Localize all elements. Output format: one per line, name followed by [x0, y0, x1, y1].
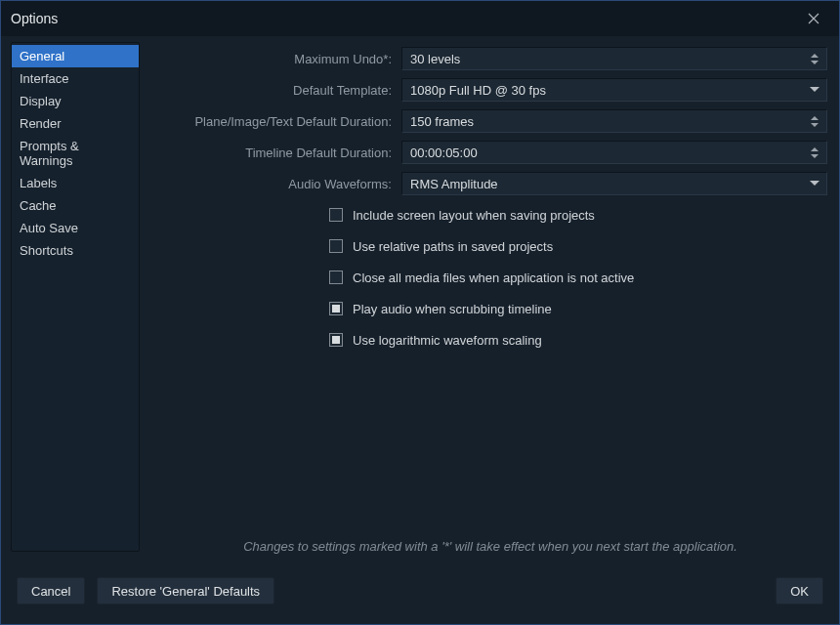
check-row-play-audio: Play audio when scrubbing timeline: [153, 298, 827, 319]
row-timeline-duration: Timeline Default Duration: 00:00:05:00: [153, 142, 827, 163]
checkbox-close-media[interactable]: [329, 271, 343, 284]
sidebar: General Interface Display Render Prompts…: [11, 42, 140, 552]
checkbox-log-waveform[interactable]: [329, 333, 343, 347]
field-default-template[interactable]: 1080p Full HD @ 30 fps: [401, 78, 827, 102]
checkbox-play-audio[interactable]: [329, 302, 343, 315]
check-row-include-layout: Include screen layout when saving projec…: [153, 204, 827, 226]
close-button[interactable]: [798, 6, 829, 31]
checkbox-label[interactable]: Play audio when scrubbing timeline: [353, 302, 552, 316]
titlebar: Options: [1, 1, 839, 36]
row-default-template: Default Template: 1080p Full HD @ 30 fps: [153, 79, 827, 101]
field-timeline-duration[interactable]: 00:00:05:00: [401, 141, 827, 164]
value-default-template: 1080p Full HD @ 30 fps: [410, 83, 546, 98]
sidebar-item-general[interactable]: General: [12, 45, 139, 67]
content-pane: Maximum Undo*: 30 levels Default Templat…: [140, 42, 827, 560]
sidebar-item-display[interactable]: Display: [12, 90, 139, 112]
checkbox-label[interactable]: Use logarithmic waveform scaling: [353, 333, 542, 348]
ok-button[interactable]: OK: [776, 577, 823, 604]
field-plane-duration[interactable]: 150 frames: [401, 109, 827, 133]
spinner-icon: [807, 110, 822, 132]
restart-hint: Changes to settings marked with a '*' wi…: [153, 529, 827, 560]
check-row-relative-paths: Use relative paths in saved projects: [153, 235, 827, 257]
spinner-icon: [807, 142, 822, 163]
checkbox-include-layout[interactable]: [329, 208, 343, 222]
row-audio-waveforms: Audio Waveforms: RMS Amplitude: [153, 173, 827, 194]
row-max-undo: Maximum Undo*: 30 levels: [153, 48, 827, 69]
checkbox-relative-paths[interactable]: [329, 239, 343, 253]
label-plane-duration: Plane/Image/Text Default Duration:: [153, 114, 401, 129]
checkbox-label[interactable]: Use relative paths in saved projects: [353, 239, 553, 254]
footer: Cancel Restore 'General' Defaults OK: [1, 565, 839, 624]
value-timeline-duration: 00:00:05:00: [410, 146, 478, 160]
check-row-log-waveform: Use logarithmic waveform scaling: [153, 329, 827, 351]
label-timeline-duration: Timeline Default Duration:: [153, 146, 401, 160]
sidebar-item-shortcuts[interactable]: Shortcuts: [12, 239, 139, 262]
sidebar-item-auto-save[interactable]: Auto Save: [12, 217, 139, 239]
cancel-button[interactable]: Cancel: [17, 577, 85, 604]
sidebar-item-prompts-warnings[interactable]: Prompts & Warnings: [12, 135, 139, 172]
dialog-body: General Interface Display Render Prompts…: [1, 36, 839, 565]
restore-defaults-button[interactable]: Restore 'General' Defaults: [97, 577, 274, 604]
value-plane-duration: 150 frames: [410, 114, 474, 129]
row-plane-duration: Plane/Image/Text Default Duration: 150 f…: [153, 110, 827, 132]
label-max-undo: Maximum Undo*:: [153, 52, 401, 66]
label-default-template: Default Template:: [153, 83, 401, 98]
sidebar-item-interface[interactable]: Interface: [12, 67, 139, 90]
window-title: Options: [11, 11, 58, 26]
value-audio-waveforms: RMS Amplitude: [410, 177, 498, 191]
sidebar-item-render[interactable]: Render: [12, 112, 139, 135]
chevron-down-icon: [807, 173, 822, 194]
field-max-undo[interactable]: 30 levels: [401, 47, 827, 70]
settings-rows: Maximum Undo*: 30 levels Default Templat…: [153, 48, 827, 351]
checkbox-label[interactable]: Include screen layout when saving projec…: [353, 208, 595, 223]
check-row-close-media: Close all media files when application i…: [153, 267, 827, 288]
chevron-down-icon: [807, 79, 822, 101]
sidebar-item-cache[interactable]: Cache: [12, 194, 139, 217]
spinner-icon: [807, 48, 822, 69]
checkbox-label[interactable]: Close all media files when application i…: [353, 271, 634, 285]
sidebar-item-labels[interactable]: Labels: [12, 172, 139, 194]
close-icon: [808, 13, 819, 24]
field-audio-waveforms[interactable]: RMS Amplitude: [401, 172, 827, 195]
value-max-undo: 30 levels: [410, 52, 460, 66]
options-dialog: Options General Interface Display Render…: [0, 0, 840, 625]
label-audio-waveforms: Audio Waveforms:: [153, 177, 401, 191]
